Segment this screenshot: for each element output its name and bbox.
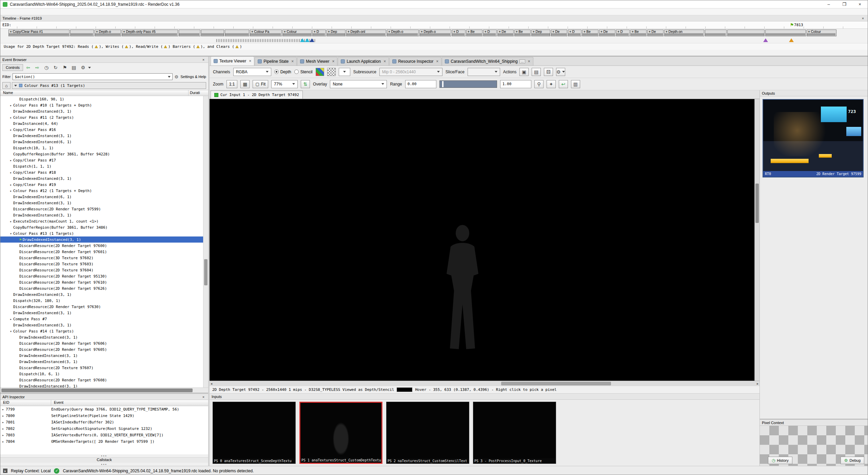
- timeline-pass-block[interactable]: + Depth-on: [664, 30, 704, 36]
- event-row[interactable]: ▸ ⚑ Copy/Clear Pass #16: [0, 127, 203, 133]
- fit-toggle-button[interactable]: ▢ Fit: [253, 80, 268, 88]
- event-row[interactable]: ⚑ DiscardResource(2D Render Target 97599…: [0, 206, 203, 212]
- event-row[interactable]: ⚑ CopyBufferRegion(Buffer 3861, Buffer 3…: [0, 224, 203, 230]
- checkerboard-background-button[interactable]: [327, 68, 336, 76]
- document-tab[interactable]: Launch Application ×: [338, 57, 389, 65]
- expand-arrow-icon[interactable]: ▸: [0, 407, 6, 411]
- input-thumbnail[interactable]: PS 2 naTexturesStruct_CustomStencilText: [386, 402, 469, 464]
- minimize-button[interactable]: –: [821, 0, 836, 8]
- gamma-dropdown[interactable]: [339, 68, 350, 76]
- event-tree-horizontal-scrollbar[interactable]: [0, 387, 208, 393]
- maximize-button[interactable]: ❐: [836, 0, 852, 8]
- event-row[interactable]: ⚑ CopyBufferRegion(Buffer 3861, Buffer 9…: [0, 151, 203, 157]
- event-row[interactable]: ⚑ DiscardResource(2D Render Target 97626…: [0, 285, 203, 291]
- eid-column-header[interactable]: EID: [0, 400, 51, 406]
- timeline-pass-block[interactable]: + Colour: [807, 30, 836, 36]
- event-row[interactable]: ⚑ DiscardResource(2D Render Target 97606…: [0, 340, 203, 346]
- event-row[interactable]: ⚑ DiscardResource(2D Texture 97603): [0, 261, 203, 267]
- tab-close-icon[interactable]: ×: [332, 59, 334, 64]
- tab-close-icon[interactable]: ×: [291, 59, 294, 64]
- timeline-pass-block[interactable]: + Be: [582, 30, 598, 36]
- timeline-pass-block[interactable]: [225, 30, 249, 36]
- scroll-left-arrow-icon[interactable]: ◂: [211, 382, 212, 385]
- event-column-header[interactable]: Event: [51, 400, 208, 406]
- subresource-dropdown[interactable]: Mip 0 - 2560x1440: [379, 68, 442, 76]
- usage-marker-icon[interactable]: [763, 38, 768, 42]
- tab-close-icon[interactable]: ×: [436, 59, 438, 64]
- api-inspector-close-icon[interactable]: ×: [201, 395, 206, 399]
- timeline-pass-block[interactable]: [705, 30, 727, 36]
- timeline-pass-block[interactable]: + Depth-o: [95, 30, 121, 36]
- usage-marker-icon[interactable]: [310, 38, 314, 42]
- expand-arrow-icon[interactable]: ▾: [8, 232, 13, 235]
- event-row[interactable]: ⚑ DrawInstanced(4, 64): [0, 120, 203, 127]
- timeline-pass-block[interactable]: + Copy/Clear Pass #1: [8, 30, 70, 36]
- event-row[interactable]: ⚑ DiscardResource(2D Render Target 97601…: [0, 249, 203, 255]
- close-button[interactable]: ×: [852, 0, 868, 8]
- timeline-pass-block[interactable]: + Colour Pa: [250, 30, 282, 36]
- event-row[interactable]: ▸ ⚑ Colour Pass #10 (1 Targets + Depth): [0, 102, 203, 108]
- expand-arrow-icon[interactable]: ▸: [8, 128, 13, 132]
- timeline-pass-block[interactable]: [70, 30, 94, 36]
- channels-dropdown[interactable]: RGBA: [233, 68, 271, 76]
- name-column-header[interactable]: Name: [0, 90, 189, 96]
- tab-overflow-button[interactable]: …: [519, 59, 525, 63]
- expand-arrow-icon[interactable]: ▾: [8, 329, 13, 333]
- expand-arrow-icon[interactable]: ▸: [8, 103, 13, 107]
- timeline-pass-block[interactable]: + D: [568, 30, 581, 36]
- overlay-dropdown[interactable]: None: [330, 80, 387, 88]
- timeline-pass-block[interactable]: + De: [647, 30, 664, 36]
- scrollbar-thumb[interactable]: [1, 388, 193, 392]
- autofit-wand-icon[interactable]: ✦: [547, 80, 556, 88]
- api-call-row[interactable]: ▸ 7800 SetPipelineState(Pipeline State 1…: [0, 413, 208, 419]
- range-min-input[interactable]: 0.00: [405, 80, 436, 88]
- event-row[interactable]: ⚑ DiscardResource(2D Render Target 95130…: [0, 273, 203, 279]
- texture-display[interactable]: [210, 99, 760, 381]
- timeline-pass-block[interactable]: + Be: [630, 30, 647, 36]
- timeline-pass-block[interactable]: [179, 30, 200, 36]
- expand-arrow-icon[interactable]: ▸: [8, 171, 13, 174]
- event-row[interactable]: ▸ ⚑ Copy/Clear Pass #17: [0, 157, 203, 163]
- pixel-context-view[interactable]: ◷ History ⚙ Debug: [760, 426, 868, 466]
- zoom-1to1-button[interactable]: 1:1: [226, 80, 238, 88]
- event-row[interactable]: ⚑ Dispatch(320, 180, 1): [0, 298, 203, 304]
- event-row[interactable]: ▾ ⚑ Colour Pass #14 (1 Targets): [0, 328, 203, 334]
- filter-input[interactable]: $action(): [13, 73, 172, 80]
- event-row[interactable]: ▸ ⚑ Compute Pass #7: [0, 316, 203, 322]
- timeline-pass-block[interactable]: + Depth-o: [387, 30, 419, 36]
- usage-marker-icon[interactable]: [305, 38, 310, 42]
- event-row[interactable]: ⚑ Dispatch(1, 1, 1): [0, 163, 203, 169]
- expand-arrow-icon[interactable]: ▸: [0, 440, 6, 443]
- timeline-pass-block[interactable]: [765, 30, 806, 36]
- event-row[interactable]: ⚑ DiscardResource(2D Texture 97604): [0, 267, 203, 273]
- zoom-level-dropdown[interactable]: 77%: [271, 80, 298, 88]
- event-row[interactable]: ▸ ⚑ Copy/Clear Pass #18: [0, 169, 203, 175]
- breadcrumb-dropdown-icon[interactable]: [14, 85, 17, 87]
- expand-arrow-icon[interactable]: ▸: [0, 414, 6, 418]
- timeline-pass-block[interactable]: + Dep: [531, 30, 550, 36]
- timeline-pass-block[interactable]: + Be: [466, 30, 482, 36]
- grid-toggle-icon[interactable]: ▦: [240, 80, 250, 88]
- input-thumbnail[interactable]: PS 3 - PostProcessInput_0_Texture: [473, 402, 556, 464]
- copy-icon[interactable]: ▣: [519, 68, 529, 76]
- usage-marker-icon[interactable]: [300, 38, 305, 42]
- tab-close-icon[interactable]: ×: [528, 59, 530, 64]
- timeline-pass-block[interactable]: + Colour: [282, 30, 312, 36]
- event-row[interactable]: ⚑ DrawIndexedInstanced(3, 1): [0, 310, 203, 316]
- event-row[interactable]: ⚑ DrawIndexedInstanced(3, 1): [0, 108, 203, 114]
- texture-horizontal-scrollbar[interactable]: ◂ ▸: [210, 381, 760, 386]
- random-texture-icon[interactable]: ⚄: [544, 68, 553, 76]
- callstack-section-header[interactable]: Callstack: [0, 457, 208, 463]
- expand-arrow-icon[interactable]: ▸: [8, 189, 13, 193]
- export-icon[interactable]: ▤: [70, 64, 78, 71]
- timeline-close-icon[interactable]: ×: [860, 16, 866, 20]
- expand-arrow-icon[interactable]: ▸: [8, 158, 13, 162]
- magnifier-icon[interactable]: ⚲: [534, 80, 544, 88]
- range-slider[interactable]: [439, 80, 497, 88]
- event-row[interactable]: ⚑ DiscardResource(2D Render Target 97608…: [0, 377, 203, 383]
- event-row[interactable]: ▸ ⚑ Colour Pass #12 (1 Targets + Depth): [0, 188, 203, 194]
- api-call-row[interactable]: ▸ 7801 IASetIndexBuffer(Buffer 302): [0, 419, 208, 425]
- depth-radio[interactable]: Depth: [274, 70, 291, 74]
- filter-dropdown-icon[interactable]: [168, 76, 171, 78]
- event-row[interactable]: ⚑ DiscardResource(2D Render Target 97630…: [0, 304, 203, 310]
